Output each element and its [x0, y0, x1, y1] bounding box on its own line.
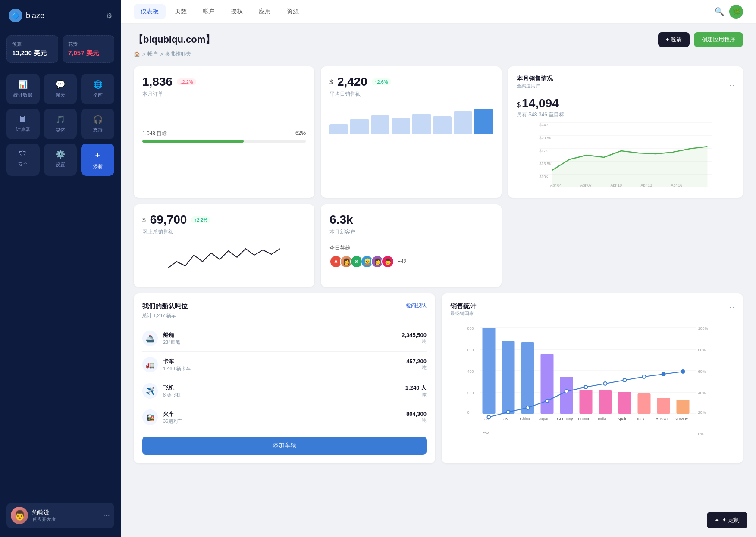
- svg-rect-33: [502, 341, 515, 414]
- svg-text:600: 600: [467, 348, 474, 352]
- ship-value: 2,345,500 吨: [402, 332, 427, 345]
- add-label: 添新: [93, 163, 103, 170]
- nav-item-chat[interactable]: 💬 聊天: [44, 74, 77, 104]
- svg-text:Spain: Spain: [618, 417, 627, 421]
- add-vehicle-button[interactable]: 添加车辆: [142, 437, 427, 455]
- security-label: 安全: [18, 161, 28, 168]
- breadcrumb: 🏠 > 帐户 > 奥弗维耶夫: [134, 50, 743, 58]
- nav-item-guide[interactable]: 🌐 指南: [81, 74, 114, 104]
- nav-item-calc[interactable]: 🖩 计算器: [6, 109, 40, 139]
- topnav-right: 🔍 🌿: [715, 5, 743, 19]
- media-label: 媒体: [56, 127, 65, 133]
- sales-stats-card: 销售统计 最畅销国家 ⋯ 800 600 400 200 0: [442, 293, 743, 463]
- fleet-header: 我们的船队吨位 检阅舰队: [142, 302, 427, 310]
- support-label: 支持: [93, 127, 103, 133]
- progress-label: 1,048 目标: [142, 130, 167, 137]
- plane-info: 飞机 8 架飞机: [163, 384, 400, 398]
- budget-value: 13,230 美元: [12, 49, 53, 57]
- search-icon[interactable]: 🔍: [715, 7, 724, 16]
- customize-label: ✦ 定制: [722, 516, 740, 524]
- orders-stat-card: 1,836 ↓2.2% 本月订单 1,048 目标 62%: [134, 66, 314, 198]
- customize-icon: ✦: [715, 517, 719, 524]
- security-icon: 🛡: [19, 150, 27, 159]
- nav-grid: 📊 统计数据 💬 聊天 🌐 指南 🖩 计算器 🎵 媒体 🎧 支持 🛡 安全 ⚙: [6, 74, 114, 176]
- fleet-item-train: 🚂 火车 36趟列车 804,300 吨: [142, 404, 427, 430]
- nav-tab-auth[interactable]: 授权: [224, 4, 250, 19]
- svg-text:40%: 40%: [698, 391, 706, 395]
- breadcrumb-account[interactable]: 帐户: [147, 50, 158, 58]
- plane-count: 8 架飞机: [163, 392, 400, 398]
- fleet-item-truck: 🚛 卡车 1,460 辆卡车 457,200 吨: [142, 352, 427, 378]
- monthly-remaining: 另有 $48,346 至目标: [517, 111, 734, 119]
- nav-tab-account[interactable]: 帐户: [196, 4, 222, 19]
- user-menu-dots[interactable]: ⋯: [103, 512, 110, 520]
- expense-label: 花费: [68, 41, 109, 47]
- nav-item-stats[interactable]: 📊 统计数据: [6, 74, 40, 104]
- plane-value: 1,240 人 吨: [405, 384, 427, 398]
- invite-button[interactable]: + 邀请: [658, 32, 690, 47]
- nav-item-settings[interactable]: ⚙️ 设置: [44, 144, 77, 176]
- topnav-avatar[interactable]: 🌿: [729, 5, 743, 19]
- svg-rect-39: [618, 392, 631, 414]
- nav-item-support[interactable]: 🎧 支持: [81, 109, 114, 139]
- customize-button[interactable]: ✦ ✦ 定制: [707, 512, 747, 528]
- svg-point-44: [507, 410, 510, 414]
- svg-text:$20.5K: $20.5K: [540, 136, 552, 140]
- train-info: 火车 36趟列车: [163, 410, 401, 425]
- user-name: 约翰逊: [32, 509, 99, 516]
- logo-area: 🔷 blaze ⚙: [6, 9, 114, 22]
- truck-count: 1,460 辆卡车: [163, 365, 401, 372]
- svg-text:$10K: $10K: [540, 175, 549, 179]
- fleet-link[interactable]: 检阅舰队: [406, 302, 427, 309]
- create-app-button[interactable]: 创建应用程序: [694, 32, 743, 47]
- svg-rect-36: [560, 377, 573, 414]
- sales-menu-dots[interactable]: ⋯: [727, 302, 734, 312]
- user-footer: 👨 约翰逊 反应开发者 ⋯: [6, 503, 114, 528]
- train-value: 804,300 吨: [406, 411, 427, 424]
- nav-tab-dashboard[interactable]: 仪表板: [134, 4, 166, 19]
- monthly-chart: $24k $20.5K $17k $13.5K $10K Apr 04 Apr …: [517, 123, 734, 187]
- sales-sub: 最畅销国家: [450, 310, 476, 317]
- monthly-header: 本月销售情况 全渠道用户 ⋯: [517, 75, 734, 94]
- svg-text:〜: 〜: [483, 429, 489, 437]
- train-name: 火车: [163, 410, 401, 418]
- svg-text:Russia: Russia: [656, 417, 668, 421]
- sidebar-settings-icon[interactable]: ⚙: [106, 12, 112, 20]
- svg-point-51: [643, 375, 646, 378]
- new-customers-label: 本月新客户: [329, 228, 493, 236]
- svg-text:$17k: $17k: [540, 149, 548, 153]
- svg-text:Italy: Italy: [637, 417, 645, 421]
- nav-tab-pages[interactable]: 页数: [168, 4, 194, 19]
- svg-rect-35: [541, 354, 554, 414]
- nav-item-media[interactable]: 🎵 媒体: [44, 109, 77, 139]
- customize-button-container: ✦ ✦ 定制: [707, 512, 747, 528]
- country-sales-chart: 800 600 400 200 0 100% 80% 60% 40%: [450, 323, 734, 440]
- monthly-sales-card: 本月销售情况 全渠道用户 ⋯ $ 14,094 另有 $48,346 至目标: [508, 66, 743, 198]
- expense-card: 花费 7,057 美元: [63, 35, 114, 63]
- sales-header: 销售统计 最畅销国家 ⋯: [450, 302, 734, 321]
- chat-label: 聊天: [56, 92, 65, 98]
- svg-text:US: US: [484, 417, 489, 421]
- svg-text:Apr 04: Apr 04: [550, 183, 562, 187]
- nav-tab-resources[interactable]: 资源: [280, 4, 306, 19]
- monthly-menu-dots[interactable]: ⋯: [727, 80, 734, 90]
- nav-item-add[interactable]: + 添新: [81, 144, 114, 176]
- daily-sales-badge: ↑2.6%: [372, 78, 391, 85]
- train-count: 36趟列车: [163, 418, 401, 425]
- svg-point-50: [623, 378, 627, 382]
- svg-rect-40: [638, 393, 651, 414]
- budget-label: 预算: [12, 41, 53, 47]
- nav-tab-apps[interactable]: 应用: [252, 4, 278, 19]
- svg-text:80%: 80%: [698, 348, 706, 352]
- fleet-sub: 总计 1,247 辆车: [142, 312, 427, 319]
- svg-text:20%: 20%: [698, 410, 706, 415]
- nav-item-security[interactable]: 🛡 安全: [6, 144, 40, 176]
- sales-title: 销售统计: [450, 302, 476, 310]
- ship-name: 船舶: [163, 331, 396, 339]
- svg-text:$13.5K: $13.5K: [540, 162, 552, 166]
- breadcrumb-home: 🏠: [134, 51, 140, 57]
- main-area: 仪表板 页数 帐户 授权 应用 资源 🔍 🌿 【biqubiqu.com】 + …: [121, 0, 756, 537]
- daily-sales-chart: [329, 104, 493, 134]
- train-icon: 🚂: [142, 409, 158, 425]
- add-icon: +: [95, 150, 100, 161]
